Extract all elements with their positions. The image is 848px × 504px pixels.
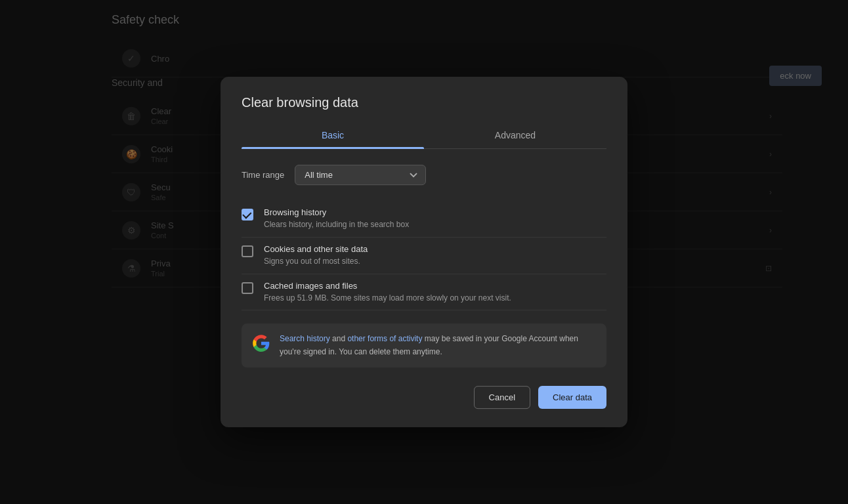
checkbox-cookies: Cookies and other site data Signs you ou… <box>242 238 606 274</box>
tab-basic[interactable]: Basic <box>242 123 424 148</box>
info-box-text: Search history and other forms of activi… <box>280 333 596 358</box>
info-and-text: and <box>330 335 348 344</box>
checkbox-browsing-history: Browsing history Clears history, includi… <box>242 201 606 238</box>
cookies-desc: Signs you out of most sites. <box>264 256 606 267</box>
info-box: Search history and other forms of activi… <box>242 324 606 368</box>
cancel-button[interactable]: Cancel <box>474 386 530 409</box>
tab-advanced[interactable]: Advanced <box>424 123 606 148</box>
dialog-tabs: Basic Advanced <box>242 123 606 149</box>
time-range-label: Time range <box>242 170 284 180</box>
other-forms-link[interactable]: other forms of activity <box>347 335 422 344</box>
search-history-link[interactable]: Search history <box>280 335 330 344</box>
clear-data-button[interactable]: Clear data <box>538 386 606 409</box>
cookies-label: Cookies and other site data <box>264 244 606 254</box>
checkbox-cached: Cached images and files Frees up 51.9 MB… <box>242 274 606 311</box>
dialog-title: Clear browsing data <box>242 95 606 110</box>
cached-desc: Frees up 51.9 MB. Some sites may load mo… <box>264 293 606 304</box>
clear-browsing-data-dialog: Clear browsing data Basic Advanced Time … <box>221 77 627 427</box>
time-range-row: Time range All time Last hour Last 24 ho… <box>242 165 606 185</box>
time-range-select[interactable]: All time Last hour Last 24 hours Last 7 … <box>295 165 426 185</box>
cached-label: Cached images and files <box>264 281 606 291</box>
cookies-checkbox[interactable] <box>242 245 253 257</box>
dialog-actions: Cancel Clear data <box>242 386 606 409</box>
browsing-history-checkbox[interactable] <box>242 209 253 220</box>
google-g-icon <box>252 335 270 353</box>
cached-checkbox[interactable] <box>242 282 253 294</box>
browsing-history-desc: Clears history, including in the search … <box>264 219 606 230</box>
browsing-history-label: Browsing history <box>264 207 606 217</box>
